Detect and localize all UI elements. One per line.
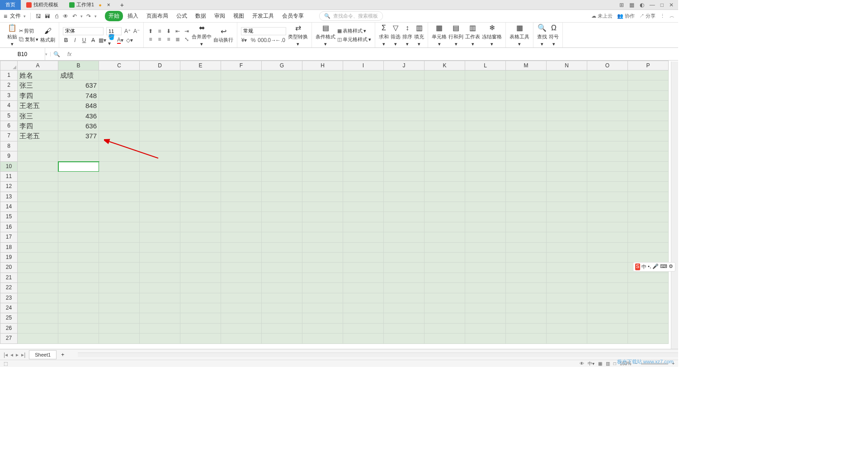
row-header-9[interactable]: 9 [0,151,18,161]
view-break-icon[interactable]: □ [613,361,616,366]
cell-C8[interactable] [99,141,140,151]
cell-H10[interactable] [302,162,343,172]
cell-F17[interactable] [221,232,262,242]
cell-M2[interactable] [506,80,547,90]
cell-D11[interactable] [140,172,180,182]
cell-G22[interactable] [262,283,302,293]
cell-O12[interactable] [587,182,628,192]
cell-A2[interactable]: 张三 [18,80,58,90]
cell-H12[interactable] [302,182,343,192]
sheet-last-icon[interactable]: ▸| [21,352,25,358]
cell-J11[interactable] [384,172,425,182]
cell-I18[interactable] [343,243,384,253]
col-header-H[interactable]: H [302,61,343,70]
row-header-22[interactable]: 22 [0,283,18,293]
cell-J18[interactable] [384,243,425,253]
cell-O19[interactable] [587,253,628,263]
share-button[interactable]: ↗ 分享 [639,13,656,19]
cell-J13[interactable] [384,192,425,202]
print-icon[interactable]: ⎙ [53,13,60,19]
cell-H9[interactable] [302,151,343,161]
cell-D10[interactable] [140,162,180,172]
cell-A14[interactable] [18,202,58,212]
cell-K17[interactable] [425,232,465,242]
cell-C1[interactable] [99,70,140,80]
cell-K23[interactable] [425,293,465,303]
cell-H20[interactable] [302,263,343,273]
cell-P23[interactable] [628,293,669,303]
sheet-prev-icon[interactable]: ◂ [10,352,13,358]
cell-D1[interactable] [140,70,180,80]
save-icon[interactable]: 🖫 [35,13,42,19]
cell-B2[interactable]: 637 [58,80,99,90]
cell-L19[interactable] [465,253,506,263]
row-header-4[interactable]: 4 [0,101,18,111]
cell-E5[interactable] [180,111,221,121]
view-page-icon[interactable]: ▥ [606,361,610,366]
cell-P18[interactable] [628,243,669,253]
cell-F4[interactable] [221,101,262,111]
cell-J2[interactable] [384,80,425,90]
cell-C19[interactable] [99,253,140,263]
cell-E15[interactable] [180,212,221,222]
cell-C10[interactable] [99,162,140,172]
cell-F16[interactable] [221,222,262,232]
cell-L27[interactable] [465,334,506,343]
formula-input[interactable] [76,48,678,60]
cell-P25[interactable] [628,313,669,323]
cell-P22[interactable] [628,283,669,293]
cell-P5[interactable] [628,111,669,121]
row-header-16[interactable]: 16 [0,222,18,232]
col-header-B[interactable]: B [58,61,99,70]
border-icon[interactable]: ▦▾ [99,37,105,43]
bold-icon[interactable]: B [63,37,69,43]
cell-C18[interactable] [99,243,140,253]
cell-A26[interactable] [18,324,58,334]
cell-L11[interactable] [465,172,506,182]
row-header-13[interactable]: 13 [0,192,18,202]
sort-button[interactable]: ↕排序▾ [402,24,412,47]
cell-K16[interactable] [425,222,465,232]
cell-N17[interactable] [547,232,587,242]
cell-J16[interactable] [384,222,425,232]
cell-B22[interactable] [58,283,99,293]
cell-I12[interactable] [343,182,384,192]
cell-H17[interactable] [302,232,343,242]
cell-D8[interactable] [140,141,180,151]
hamburger-icon[interactable]: ≡ [4,13,7,20]
cell-F3[interactable] [221,91,262,101]
cell-O18[interactable] [587,243,628,253]
row-header-20[interactable]: 20 [0,263,18,273]
cell-I17[interactable] [343,232,384,242]
add-tab-button[interactable]: + [116,1,128,9]
cell-H4[interactable] [302,101,343,111]
cell-D9[interactable] [140,151,180,161]
filter-button[interactable]: ▽筛选▾ [391,24,401,47]
cell-M3[interactable] [506,91,547,101]
cell-I4[interactable] [343,101,384,111]
freeze-button[interactable]: ❄冻结窗格▾ [482,24,502,47]
cell-F22[interactable] [221,283,262,293]
select-all-corner[interactable] [0,61,18,70]
cell-I10[interactable] [343,162,384,172]
cell-G11[interactable] [262,172,302,182]
file-menu[interactable]: 文件 [10,12,21,20]
font-color-icon[interactable]: A▾ [117,37,123,43]
cell-C24[interactable] [99,303,140,313]
save-as-icon[interactable]: 🖬 [44,13,51,19]
cell-K4[interactable] [425,101,465,111]
cell-E7[interactable] [180,131,221,141]
cell-M5[interactable] [506,111,547,121]
ribbon-tab-view[interactable]: 视图 [230,11,248,21]
row-header-1[interactable]: 1 [0,70,18,80]
row-header-5[interactable]: 5 [0,111,18,121]
cell-E12[interactable] [180,182,221,192]
cell-A24[interactable] [18,303,58,313]
cell-I9[interactable] [343,151,384,161]
cell-P27[interactable] [628,334,669,343]
cell-M13[interactable] [506,192,547,202]
cell-B3[interactable]: 748 [58,91,99,101]
cell-E2[interactable] [180,80,221,90]
cell-D23[interactable] [140,293,180,303]
cell-G5[interactable] [262,111,302,121]
